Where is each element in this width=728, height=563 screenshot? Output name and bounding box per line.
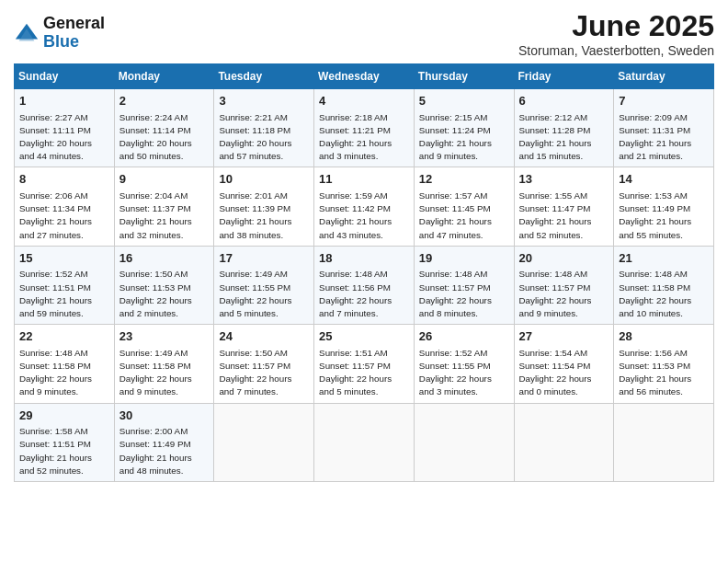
- day-cell: 5Sunrise: 2:15 AMSunset: 11:24 PMDayligh…: [414, 89, 514, 167]
- col-header-sunday: Sunday: [15, 64, 115, 89]
- day-info: Sunrise: 1:49 AMSunset: 11:58 PMDaylight…: [119, 348, 192, 397]
- day-info: Sunrise: 1:57 AMSunset: 11:45 PMDaylight…: [419, 190, 492, 240]
- week-row-1: 1Sunrise: 2:27 AMSunset: 11:11 PMDayligh…: [15, 89, 714, 167]
- month-title: June 2025: [518, 9, 714, 43]
- logo-icon: [14, 20, 40, 46]
- day-cell: 4Sunrise: 2:18 AMSunset: 11:21 PMDayligh…: [314, 89, 415, 167]
- day-number: 22: [19, 328, 109, 345]
- day-number: 21: [619, 250, 709, 267]
- day-cell: 23Sunrise: 1:49 AMSunset: 11:58 PMDaylig…: [114, 325, 214, 403]
- day-cell: 6Sunrise: 2:12 AMSunset: 11:28 PMDayligh…: [514, 89, 614, 167]
- day-cell: 3Sunrise: 2:21 AMSunset: 11:18 PMDayligh…: [214, 89, 314, 167]
- day-info: Sunrise: 1:51 AMSunset: 11:57 PMDaylight…: [319, 348, 392, 397]
- day-number: 16: [119, 250, 210, 267]
- day-number: 4: [319, 93, 409, 109]
- logo: General Blue: [14, 15, 105, 52]
- day-info: Sunrise: 1:50 AMSunset: 11:53 PMDaylight…: [119, 269, 192, 318]
- day-number: 11: [319, 171, 409, 188]
- day-number: 13: [519, 171, 609, 188]
- day-info: Sunrise: 1:52 AMSunset: 11:55 PMDaylight…: [419, 348, 492, 397]
- col-header-tuesday: Tuesday: [214, 64, 314, 89]
- day-cell: 11Sunrise: 1:59 AMSunset: 11:42 PMDaylig…: [314, 167, 415, 246]
- day-cell: 18Sunrise: 1:48 AMSunset: 11:56 PMDaylig…: [314, 246, 415, 324]
- day-number: 2: [119, 93, 210, 109]
- col-header-saturday: Saturday: [614, 64, 714, 89]
- day-cell: 22Sunrise: 1:48 AMSunset: 11:58 PMDaylig…: [15, 325, 115, 403]
- header-row: SundayMondayTuesdayWednesdayThursdayFrid…: [15, 64, 714, 89]
- day-cell: [614, 403, 714, 481]
- day-cell: 30Sunrise: 2:00 AMSunset: 11:49 PMDaylig…: [114, 403, 214, 481]
- day-info: Sunrise: 1:52 AMSunset: 11:51 PMDaylight…: [19, 269, 92, 318]
- day-number: 12: [419, 171, 509, 188]
- day-number: 17: [219, 250, 309, 267]
- day-cell: 13Sunrise: 1:55 AMSunset: 11:47 PMDaylig…: [514, 167, 614, 246]
- day-info: Sunrise: 1:59 AMSunset: 11:42 PMDaylight…: [319, 190, 392, 240]
- day-number: 6: [519, 93, 609, 109]
- day-number: 28: [619, 328, 709, 345]
- logo-general-text: General: [43, 15, 105, 33]
- week-row-3: 15Sunrise: 1:52 AMSunset: 11:51 PMDaylig…: [15, 246, 714, 324]
- day-number: 24: [219, 328, 309, 345]
- location-text: Storuman, Vaesterbotten, Sweden: [518, 43, 714, 58]
- day-cell: 24Sunrise: 1:50 AMSunset: 11:57 PMDaylig…: [214, 325, 314, 403]
- day-number: 1: [19, 93, 109, 109]
- day-cell: 16Sunrise: 1:50 AMSunset: 11:53 PMDaylig…: [114, 246, 214, 324]
- day-cell: 20Sunrise: 1:48 AMSunset: 11:57 PMDaylig…: [514, 246, 614, 324]
- day-cell: 10Sunrise: 2:01 AMSunset: 11:39 PMDaylig…: [214, 167, 314, 246]
- day-info: Sunrise: 1:55 AMSunset: 11:47 PMDaylight…: [519, 190, 592, 240]
- week-row-2: 8Sunrise: 2:06 AMSunset: 11:34 PMDayligh…: [15, 167, 714, 246]
- day-number: 3: [219, 93, 309, 109]
- day-cell: 25Sunrise: 1:51 AMSunset: 11:57 PMDaylig…: [314, 325, 415, 403]
- col-header-wednesday: Wednesday: [314, 64, 415, 89]
- day-info: Sunrise: 2:24 AMSunset: 11:14 PMDaylight…: [119, 112, 192, 162]
- day-cell: 15Sunrise: 1:52 AMSunset: 11:51 PMDaylig…: [15, 246, 115, 324]
- day-number: 25: [319, 328, 409, 345]
- day-info: Sunrise: 1:53 AMSunset: 11:49 PMDaylight…: [619, 190, 691, 240]
- day-number: 15: [19, 250, 109, 267]
- day-info: Sunrise: 1:48 AMSunset: 11:57 PMDaylight…: [519, 269, 592, 318]
- week-row-4: 22Sunrise: 1:48 AMSunset: 11:58 PMDaylig…: [15, 325, 714, 403]
- day-cell: 14Sunrise: 1:53 AMSunset: 11:49 PMDaylig…: [614, 167, 714, 246]
- day-cell: 21Sunrise: 1:48 AMSunset: 11:58 PMDaylig…: [614, 246, 714, 324]
- day-cell: [214, 403, 314, 481]
- col-header-friday: Friday: [514, 64, 614, 89]
- title-area: June 2025 Storuman, Vaesterbotten, Swede…: [518, 9, 714, 58]
- day-cell: [514, 403, 614, 481]
- day-cell: 7Sunrise: 2:09 AMSunset: 11:31 PMDayligh…: [614, 89, 714, 167]
- day-info: Sunrise: 1:58 AMSunset: 11:51 PMDaylight…: [19, 426, 92, 476]
- day-number: 14: [619, 171, 709, 188]
- day-number: 8: [19, 171, 109, 188]
- day-cell: 1Sunrise: 2:27 AMSunset: 11:11 PMDayligh…: [15, 89, 115, 167]
- day-info: Sunrise: 2:01 AMSunset: 11:39 PMDaylight…: [219, 190, 291, 240]
- day-number: 26: [419, 328, 509, 345]
- day-info: Sunrise: 2:12 AMSunset: 11:28 PMDaylight…: [519, 112, 592, 162]
- day-cell: 19Sunrise: 1:48 AMSunset: 11:57 PMDaylig…: [414, 246, 514, 324]
- day-info: Sunrise: 1:49 AMSunset: 11:55 PMDaylight…: [219, 269, 291, 318]
- day-info: Sunrise: 2:15 AMSunset: 11:24 PMDaylight…: [419, 112, 492, 162]
- day-info: Sunrise: 2:21 AMSunset: 11:18 PMDaylight…: [219, 112, 291, 162]
- day-info: Sunrise: 1:54 AMSunset: 11:54 PMDaylight…: [519, 348, 592, 397]
- day-cell: 26Sunrise: 1:52 AMSunset: 11:55 PMDaylig…: [414, 325, 514, 403]
- day-number: 18: [319, 250, 409, 267]
- day-number: 23: [119, 328, 210, 345]
- day-info: Sunrise: 2:06 AMSunset: 11:34 PMDaylight…: [19, 190, 92, 240]
- day-cell: 8Sunrise: 2:06 AMSunset: 11:34 PMDayligh…: [15, 167, 115, 246]
- day-info: Sunrise: 1:48 AMSunset: 11:56 PMDaylight…: [319, 269, 392, 318]
- day-number: 19: [419, 250, 509, 267]
- day-cell: [314, 403, 415, 481]
- day-cell: 9Sunrise: 2:04 AMSunset: 11:37 PMDayligh…: [114, 167, 214, 246]
- day-number: 5: [419, 93, 509, 109]
- day-info: Sunrise: 1:48 AMSunset: 11:58 PMDaylight…: [19, 348, 92, 397]
- day-info: Sunrise: 1:56 AMSunset: 11:53 PMDaylight…: [619, 348, 691, 397]
- day-cell: 27Sunrise: 1:54 AMSunset: 11:54 PMDaylig…: [514, 325, 614, 403]
- day-cell: 12Sunrise: 1:57 AMSunset: 11:45 PMDaylig…: [414, 167, 514, 246]
- day-info: Sunrise: 2:18 AMSunset: 11:21 PMDaylight…: [319, 112, 392, 162]
- logo-blue-text: Blue: [43, 33, 105, 52]
- day-number: 30: [119, 408, 210, 424]
- day-info: Sunrise: 2:27 AMSunset: 11:11 PMDaylight…: [19, 112, 92, 162]
- page-header: General Blue June 2025 Storuman, Vaester…: [14, 9, 714, 58]
- day-info: Sunrise: 1:48 AMSunset: 11:57 PMDaylight…: [419, 269, 492, 318]
- col-header-monday: Monday: [114, 64, 214, 89]
- day-number: 10: [219, 171, 309, 188]
- day-number: 27: [519, 328, 609, 345]
